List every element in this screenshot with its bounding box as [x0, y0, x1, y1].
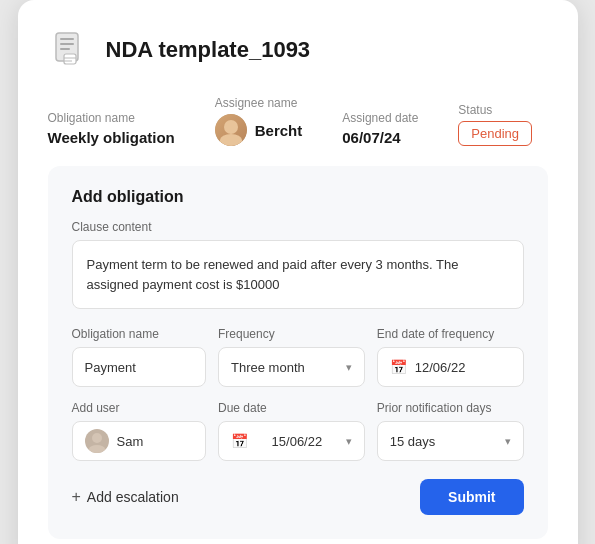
prior-notification-label: Prior notification days — [377, 401, 524, 415]
calendar-icon-due: 📅 — [231, 433, 248, 449]
end-date-value: 12/06/22 — [415, 360, 466, 375]
end-date-input[interactable]: 📅 12/06/22 — [377, 347, 524, 387]
svg-rect-3 — [60, 48, 70, 50]
assigned-date-value: 06/07/24 — [342, 129, 418, 146]
assignee-avatar — [215, 114, 247, 146]
svg-rect-4 — [64, 54, 76, 64]
meta-row: Obligation name Weekly obligation Assign… — [48, 96, 548, 146]
add-user-value: Sam — [117, 434, 144, 449]
obligation-name-label: Obligation name — [72, 327, 207, 341]
prior-notification-select[interactable]: 15 days ▾ — [377, 421, 524, 461]
obligation-name-input[interactable]: Payment — [72, 347, 207, 387]
add-escalation-button[interactable]: + Add escalation — [72, 488, 179, 506]
add-escalation-label: Add escalation — [87, 489, 179, 505]
submit-button[interactable]: Submit — [420, 479, 523, 515]
assigned-date-meta: Assigned date 06/07/24 — [342, 111, 418, 146]
due-date-group: Due date 📅 15/06/22 ▾ — [218, 401, 365, 461]
status-badge: Pending — [458, 121, 532, 146]
fields-row-2: Add user Sam Due date 📅 15/06/22 ▾ Prior… — [72, 401, 524, 461]
clause-content: Payment term to be renewed and paid afte… — [72, 240, 524, 309]
assigned-date-label: Assigned date — [342, 111, 418, 125]
document-icon — [48, 28, 92, 72]
main-card: NDA template_1093 Obligation name Weekly… — [18, 0, 578, 544]
chevron-down-icon-prior: ▾ — [505, 435, 511, 448]
prior-notification-group: Prior notification days 15 days ▾ — [377, 401, 524, 461]
chevron-down-icon-due: ▾ — [346, 435, 352, 448]
svg-rect-1 — [60, 38, 74, 40]
calendar-icon: 📅 — [390, 359, 407, 375]
svg-rect-2 — [60, 43, 74, 45]
frequency-value: Three month — [231, 360, 305, 375]
chevron-down-icon: ▾ — [346, 361, 352, 374]
assignee-meta: Assignee name Bercht — [215, 96, 303, 146]
obligation-name-group: Obligation name Payment — [72, 327, 207, 387]
obligation-value: Weekly obligation — [48, 129, 175, 146]
obligation-meta: Obligation name Weekly obligation — [48, 111, 175, 146]
end-date-label: End date of frequency — [377, 327, 524, 341]
form-title: Add obligation — [72, 188, 524, 206]
clause-label: Clause content — [72, 220, 524, 234]
form-footer: + Add escalation Submit — [72, 479, 524, 515]
frequency-select[interactable]: Three month ▾ — [218, 347, 365, 387]
prior-notification-value: 15 days — [390, 434, 436, 449]
frequency-group: Frequency Three month ▾ — [218, 327, 365, 387]
frequency-label: Frequency — [218, 327, 365, 341]
due-date-value: 15/06/22 — [272, 434, 323, 449]
assignee-row: Bercht — [215, 114, 303, 146]
end-date-group: End date of frequency 📅 12/06/22 — [377, 327, 524, 387]
add-obligation-card: Add obligation Clause content Payment te… — [48, 166, 548, 539]
obligation-name-value: Payment — [85, 360, 136, 375]
assignee-label: Assignee name — [215, 96, 303, 110]
due-date-select[interactable]: 📅 15/06/22 ▾ — [218, 421, 365, 461]
add-user-group: Add user Sam — [72, 401, 207, 461]
page-title: NDA template_1093 — [106, 37, 311, 63]
status-label: Status — [458, 103, 532, 117]
add-user-input[interactable]: Sam — [72, 421, 207, 461]
obligation-label: Obligation name — [48, 111, 175, 125]
fields-row-1: Obligation name Payment Frequency Three … — [72, 327, 524, 387]
card-header: NDA template_1093 — [48, 28, 548, 72]
due-date-label: Due date — [218, 401, 365, 415]
user-avatar — [85, 429, 109, 453]
add-user-label: Add user — [72, 401, 207, 415]
plus-icon: + — [72, 488, 81, 506]
status-meta: Status Pending — [458, 103, 532, 146]
assignee-value: Bercht — [255, 122, 303, 139]
